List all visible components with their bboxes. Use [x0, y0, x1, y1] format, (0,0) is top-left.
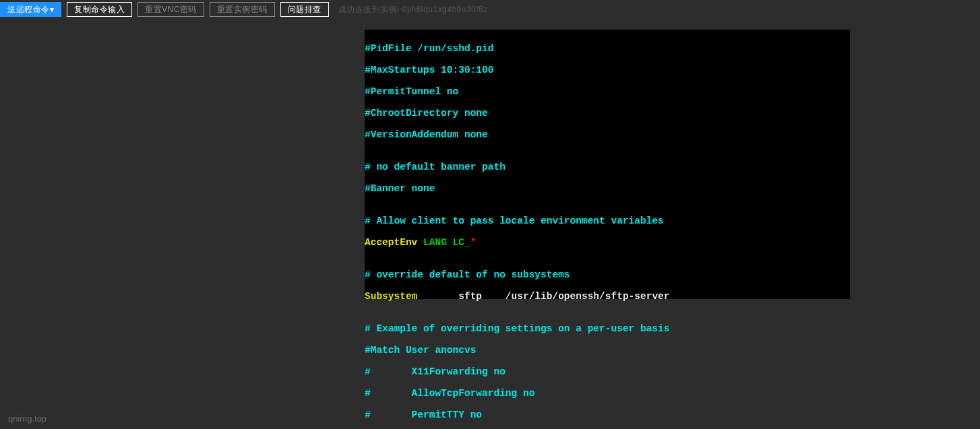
watermark: qnimg.top: [8, 414, 47, 424]
send-remote-command-button[interactable]: 送远程命令▾: [0, 2, 61, 17]
connection-status: 成功连接到实例i-0jlh6lqu1xg4b9o30f8z.: [338, 4, 491, 15]
terminal-line: # no default banner path: [365, 162, 850, 172]
terminal-line: AcceptEnv LANG LC_*: [365, 237, 850, 248]
terminal-line: # PermitTTY no: [365, 409, 850, 420]
toolbar: 送远程命令▾ 复制命令输入 重置VNC密码 重置实例密码 问题排查 成功连接到实…: [0, 0, 980, 19]
terminal-line: # Example of overriding settings on a pe…: [365, 323, 850, 334]
terminal-line: Subsystem sftp /usr/lib/openssh/sftp-ser…: [365, 291, 850, 302]
terminal-line: # X11Forwarding no: [365, 366, 850, 377]
terminal-line: #Banner none: [365, 183, 850, 194]
terminal-line: #Match User anoncvs: [365, 345, 850, 356]
terminal-line: #PermitTunnel no: [365, 86, 850, 97]
terminal-line: #VersionAddendum none: [365, 129, 850, 140]
terminal-line: # override default of no subsystems: [365, 269, 850, 280]
terminal-line: # Allow client to pass locale environmen…: [365, 216, 850, 226]
troubleshoot-button[interactable]: 问题排查: [280, 2, 329, 17]
reset-instance-password-button[interactable]: 重置实例密码: [210, 2, 275, 17]
terminal-line: #PidFile /run/sshd.pid: [365, 43, 850, 54]
copy-command-input-button[interactable]: 复制命令输入: [67, 2, 132, 17]
terminal-line: #ChrootDirectory none: [365, 108, 850, 119]
reset-vnc-password-button[interactable]: 重置VNC密码: [137, 2, 204, 17]
terminal-line: # AllowTcpForwarding no: [365, 388, 850, 399]
terminal-line: #MaxStartups 10:30:100: [365, 65, 850, 75]
terminal[interactable]: #PidFile /run/sshd.pid #MaxStartups 10:3…: [365, 30, 850, 299]
